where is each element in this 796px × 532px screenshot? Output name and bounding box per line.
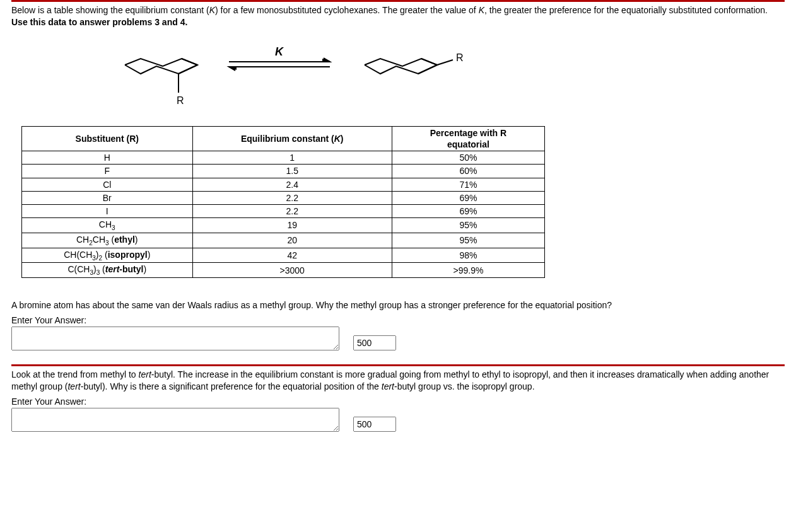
- char-counter-1[interactable]: [353, 335, 396, 350]
- table-row: F1.560%: [22, 165, 545, 178]
- intro-text: Below is a table showing the equilibrium…: [11, 4, 785, 28]
- col-header-pct: Percentage with Requatorial: [392, 126, 544, 151]
- answer-textarea-1[interactable]: [11, 327, 339, 350]
- svg-text:R: R: [456, 52, 464, 63]
- table-row: CH31995%: [22, 218, 545, 233]
- question-3: A bromine atom has about the same van de…: [11, 299, 785, 350]
- svg-line-9: [421, 59, 437, 65]
- table-row: Cl2.471%: [22, 178, 545, 191]
- equilibrium-diagram: R K R: [106, 46, 785, 117]
- table-row: I2.269%: [22, 204, 545, 217]
- char-counter-2[interactable]: [353, 417, 396, 432]
- table-row: Br2.269%: [22, 191, 545, 204]
- enter-answer-label: Enter Your Answer:: [11, 315, 785, 325]
- table-row: C(CH3)3 (tert-butyl)>3000>99.9%: [22, 263, 545, 278]
- col-header-k: Equilibrium constant (K): [192, 126, 392, 151]
- question-3-text: A bromine atom has about the same van de…: [11, 299, 785, 311]
- svg-line-11: [437, 60, 453, 65]
- question-4-text: Look at the trend from methyl to tert-bu…: [11, 369, 785, 393]
- col-header-substituent: Substituent (R): [22, 126, 193, 151]
- mid-rule: [11, 364, 785, 366]
- svg-text:R: R: [177, 95, 184, 106]
- table-row: CH2CH3 (ethyl)2095%: [22, 233, 545, 248]
- svg-line-10: [418, 65, 437, 74]
- svg-line-0: [182, 59, 197, 65]
- table-row: CH(CH3)2 (isopropyl)4298%: [22, 248, 545, 263]
- top-rule: [11, 0, 785, 2]
- svg-line-1: [179, 65, 197, 74]
- answer-textarea-2[interactable]: [11, 408, 339, 432]
- table-row: H150%: [22, 151, 545, 165]
- enter-answer-label-2: Enter Your Answer:: [11, 396, 785, 407]
- equilibrium-table: Substituent (R) Equilibrium constant (K)…: [21, 126, 545, 279]
- svg-text:K: K: [275, 46, 284, 58]
